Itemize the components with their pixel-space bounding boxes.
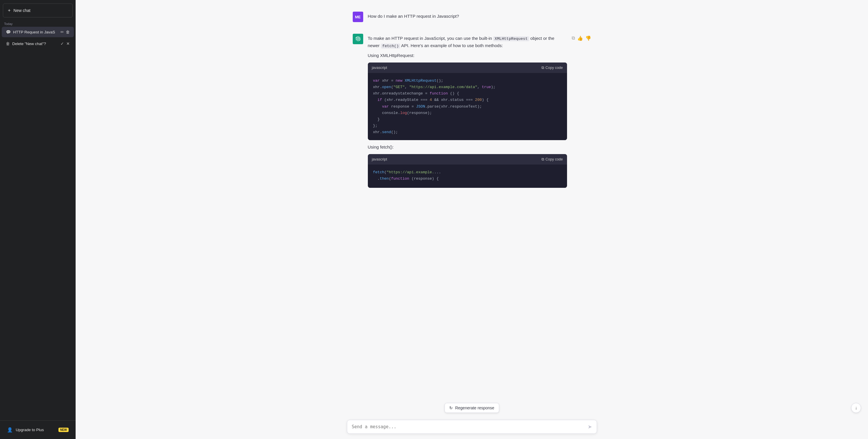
copy-code-xhr-button[interactable]: ⧉ Copy code xyxy=(541,66,563,70)
chat-item-title: HTTP Request in JavaS xyxy=(13,30,58,34)
code-block-fetch: javascript ⧉ Copy code fetch("https://ap… xyxy=(368,154,567,188)
code-block-fetch-header: javascript ⧉ Copy code xyxy=(368,154,567,164)
code-block-xhr-header: javascript ⧉ Copy code xyxy=(368,63,567,73)
confirm-actions: ✓ ✕ xyxy=(61,41,70,46)
new-badge: NEW xyxy=(58,428,69,432)
chat-item-http[interactable]: 💬 HTTP Request in JavaS ✏ 🗑 xyxy=(2,27,74,37)
chat-area[interactable]: ME How do I make an HTTP request in Java… xyxy=(75,0,868,439)
user-message-row: ME How do I make an HTTP request in Java… xyxy=(341,6,603,28)
delete-chat-icon[interactable]: 🗑 xyxy=(66,30,70,34)
input-area: ➤ xyxy=(75,416,868,439)
confirm-delete-button[interactable]: ✓ xyxy=(61,41,64,46)
copy-message-icon[interactable]: ⧉ xyxy=(572,35,575,41)
code-lang-label: javascript xyxy=(372,65,387,71)
ai-message-content: To make an HTTP request in JavaScript, y… xyxy=(368,34,567,191)
message-input[interactable] xyxy=(352,424,585,430)
user-message-content: How do I make an HTTP request in Javascr… xyxy=(368,12,591,22)
ai-intro-text: To make an HTTP request in JavaScript, y… xyxy=(368,35,567,49)
code-block-xhr: javascript ⧉ Copy code var xhr = new XML… xyxy=(368,63,567,140)
copy-code-label2: Copy code xyxy=(546,157,563,161)
chat-item-actions: ✏ 🗑 xyxy=(61,30,70,34)
scroll-bottom-button[interactable]: ↓ xyxy=(851,403,861,413)
upgrade-button[interactable]: 👤 Upgrade to Plus NEW xyxy=(3,424,73,436)
sidebar-bottom: 👤 Upgrade to Plus NEW xyxy=(0,420,75,439)
thumbs-up-icon[interactable]: 👍 xyxy=(577,35,583,41)
inline-code-fetch: fetch() xyxy=(381,43,400,49)
copy-icon2: ⧉ xyxy=(541,157,544,162)
upgrade-label: Upgrade to Plus xyxy=(16,428,56,432)
new-chat-label: New chat xyxy=(13,8,30,13)
regenerate-button[interactable]: ↻ Regenerate response xyxy=(444,403,499,413)
user-icon: 👤 xyxy=(7,427,13,433)
sidebar: + New chat Today 💬 HTTP Request in JavaS… xyxy=(0,0,75,439)
copy-code-label: Copy code xyxy=(546,66,563,70)
thumbs-down-icon[interactable]: 👎 xyxy=(585,35,591,41)
regenerate-label: Regenerate response xyxy=(455,406,494,410)
inline-code-xhr: XMLHttpRequest xyxy=(493,36,529,41)
arrow-down-icon: ↓ xyxy=(855,405,857,410)
regenerate-icon: ↻ xyxy=(449,406,453,410)
main-panel: ME How do I make an HTTP request in Java… xyxy=(75,0,868,439)
chat-icon: 💬 xyxy=(6,30,11,34)
cancel-delete-button[interactable]: ✕ xyxy=(66,41,70,46)
code-fetch-pre: fetch("https://api.example.... .then(fun… xyxy=(368,164,567,188)
new-chat-button[interactable]: + New chat xyxy=(3,3,73,18)
delete-confirm-row: 🗑 Delete "New chat"? ✓ ✕ xyxy=(2,38,74,49)
plus-icon: + xyxy=(8,8,10,13)
delete-confirm-text: Delete "New chat"? xyxy=(12,41,58,46)
edit-chat-icon[interactable]: ✏ xyxy=(61,30,64,34)
section1-label: Using XMLHttpRequest: xyxy=(368,52,567,59)
user-avatar: ME xyxy=(353,12,363,22)
trash-icon: 🗑 xyxy=(6,41,10,46)
code-xhr-pre: var xhr = new XMLHttpRequest(); xhr.open… xyxy=(368,73,567,140)
copy-code-fetch-button[interactable]: ⧉ Copy code xyxy=(541,157,563,162)
input-wrapper: ➤ xyxy=(347,420,597,434)
send-button[interactable]: ➤ xyxy=(588,424,592,430)
ai-message-row: To make an HTTP request in JavaScript, y… xyxy=(341,28,603,197)
section2-label: Using fetch(): xyxy=(368,144,567,151)
ai-avatar xyxy=(353,34,363,44)
section-today-label: Today xyxy=(0,20,75,27)
copy-icon: ⧉ xyxy=(541,66,544,70)
ai-message-actions: ⧉ 👍 👎 xyxy=(572,34,591,191)
code-lang-label2: javascript xyxy=(372,156,387,162)
